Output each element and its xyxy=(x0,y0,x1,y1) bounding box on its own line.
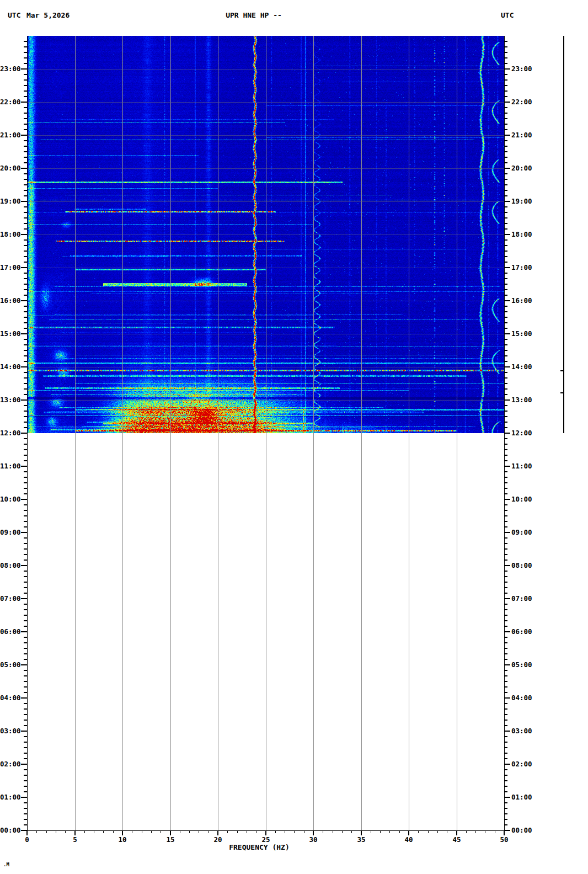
freq-tick-label: 50 xyxy=(493,835,515,844)
left-time-label: 06:00 xyxy=(0,627,20,636)
x-axis-title: FREQUENCY (HZ) xyxy=(0,843,518,851)
right-time-label: 06:00 xyxy=(511,627,544,636)
right-time-label: 09:00 xyxy=(511,528,544,537)
right-time-label: 18:00 xyxy=(511,230,544,239)
freq-tick-label: 30 xyxy=(302,835,324,844)
time-major-tick-right xyxy=(504,135,510,136)
time-major-tick-left xyxy=(21,267,27,268)
axis-bottom xyxy=(27,830,505,831)
time-major-tick-right xyxy=(504,68,510,70)
gridline-hour xyxy=(28,268,504,268)
page-title: UPR HNE HP -- xyxy=(0,11,507,19)
time-major-tick-left xyxy=(21,102,27,103)
gridline-hour xyxy=(28,367,504,367)
time-major-tick-right xyxy=(504,201,510,202)
right-time-label: 00:00 xyxy=(511,826,544,835)
left-time-label: 16:00 xyxy=(0,296,20,305)
time-major-tick-left xyxy=(21,201,27,202)
time-major-tick-right xyxy=(504,631,510,632)
gridline-hour xyxy=(28,168,504,169)
gridline-hour xyxy=(28,334,504,334)
freq-tick-label: 5 xyxy=(64,835,86,844)
freq-tick-label: 45 xyxy=(446,835,468,844)
time-major-tick-right xyxy=(504,333,510,334)
left-time-label: 19:00 xyxy=(0,197,20,206)
time-major-tick-right xyxy=(504,234,510,235)
left-time-label: 04:00 xyxy=(0,694,20,702)
gridline-vertical xyxy=(122,36,123,830)
right-time-label: 08:00 xyxy=(511,561,544,570)
freq-tick-label: 20 xyxy=(207,835,229,844)
left-time-label: 01:00 xyxy=(0,793,20,802)
right-time-label: 21:00 xyxy=(511,131,544,140)
time-major-tick-left xyxy=(21,532,27,533)
axis-left xyxy=(27,36,28,830)
left-time-label: 20:00 xyxy=(0,164,20,173)
time-major-tick-left xyxy=(21,366,27,367)
gridline-hour xyxy=(28,235,504,235)
left-time-label: 05:00 xyxy=(0,660,20,669)
right-time-label: 10:00 xyxy=(511,495,544,504)
axis-right xyxy=(504,36,505,830)
left-time-label: 18:00 xyxy=(0,230,20,239)
freq-major-tick xyxy=(265,830,266,835)
right-time-label: 11:00 xyxy=(511,462,544,471)
gridline-vertical xyxy=(266,36,266,830)
gridline-hour xyxy=(28,400,504,401)
freq-major-tick xyxy=(74,830,76,835)
right-time-label: 13:00 xyxy=(511,396,544,404)
time-major-tick-right xyxy=(504,399,510,401)
time-major-tick-left xyxy=(21,399,27,401)
freq-tick-label: 40 xyxy=(398,835,420,844)
left-time-label: 21:00 xyxy=(0,131,20,140)
freq-major-tick xyxy=(504,830,505,835)
time-major-tick-left xyxy=(21,697,27,699)
gridline-hour xyxy=(28,301,504,301)
freq-major-tick xyxy=(456,830,457,835)
left-time-label: 02:00 xyxy=(0,760,20,769)
scale-bar-tick xyxy=(560,370,564,371)
scale-bar-tick xyxy=(560,392,564,393)
freq-major-tick xyxy=(361,830,362,835)
left-time-label: 22:00 xyxy=(0,98,20,106)
freq-tick-label: 0 xyxy=(16,835,38,844)
gridline-hour xyxy=(28,135,504,136)
time-major-tick-left xyxy=(21,135,27,136)
time-major-tick-right xyxy=(504,168,510,169)
left-time-label: 14:00 xyxy=(0,363,20,371)
right-time-label: 04:00 xyxy=(511,694,544,702)
right-time-label: 15:00 xyxy=(511,329,544,338)
freq-major-tick xyxy=(217,830,218,835)
left-time-label: 12:00 xyxy=(0,429,20,438)
left-time-label: 23:00 xyxy=(0,65,20,73)
right-time-label: 22:00 xyxy=(511,98,544,106)
time-major-tick-left xyxy=(21,466,27,467)
time-major-tick-right xyxy=(504,565,510,566)
time-major-tick-right xyxy=(504,731,510,732)
gridline-vertical xyxy=(361,36,362,830)
freq-tick-label: 35 xyxy=(350,835,372,844)
right-time-label: 05:00 xyxy=(511,660,544,669)
time-major-tick-left xyxy=(21,234,27,235)
freq-tick-label: 15 xyxy=(159,835,181,844)
time-major-tick-right xyxy=(504,764,510,765)
right-time-label: 23:00 xyxy=(511,65,544,73)
amplitude-scale-bar xyxy=(563,36,564,433)
left-time-label: 08:00 xyxy=(0,561,20,570)
time-major-tick-right xyxy=(504,797,510,798)
time-major-tick-left xyxy=(21,598,27,599)
left-time-label: 00:00 xyxy=(0,826,20,835)
gridline-vertical xyxy=(457,36,457,830)
time-major-tick-right xyxy=(504,466,510,467)
time-major-tick-left xyxy=(21,764,27,765)
right-time-label: 16:00 xyxy=(511,296,544,305)
left-time-label: 13:00 xyxy=(0,396,20,404)
time-major-tick-right xyxy=(504,532,510,533)
time-major-tick-left xyxy=(21,797,27,798)
time-major-tick-right xyxy=(504,300,510,301)
time-major-tick-left xyxy=(21,631,27,632)
time-major-tick-right xyxy=(504,598,510,599)
left-time-label: 10:00 xyxy=(0,495,20,504)
watermark-mark: .M xyxy=(3,862,9,867)
gridline-hour xyxy=(28,69,504,70)
